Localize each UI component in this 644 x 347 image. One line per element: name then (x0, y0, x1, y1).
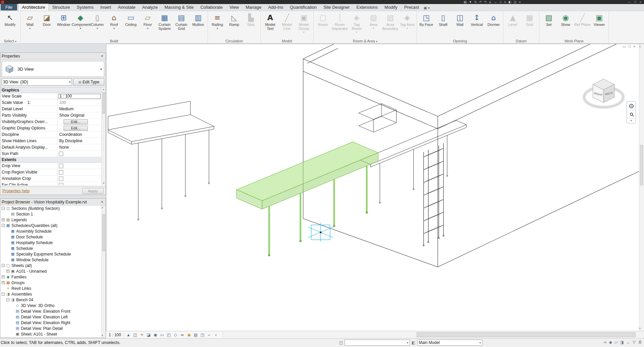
tree-item[interactable]: - Assemblies (0, 291, 101, 297)
tree-toggle[interactable] (11, 310, 14, 313)
select-pins-icon[interactable]: ◆ (609, 340, 612, 345)
ribbon-button[interactable]: Window (55, 12, 72, 27)
tree-toggle[interactable]: - (2, 264, 5, 267)
text-icon[interactable]: A (504, 1, 506, 4)
ribbon-button[interactable]: Wall (452, 12, 468, 27)
detail-level-icon[interactable]: ▲ (126, 332, 132, 338)
property-value[interactable]: None (58, 145, 69, 150)
steering-wheel-button[interactable] (627, 102, 635, 110)
tree-item[interactable]: - Bench 04 (0, 297, 101, 303)
ribbon-tab[interactable]: Modify (381, 4, 401, 11)
tree-toggle[interactable] (6, 230, 9, 233)
scroll-down-icon[interactable]: ▾ (639, 326, 644, 331)
property-value[interactable]: Show Original (58, 113, 84, 118)
tree-item[interactable]: + Legends (0, 217, 101, 223)
ribbon-button[interactable]: Curtain System (156, 12, 173, 31)
view-cube[interactable]: RIGHT BACK (584, 79, 623, 107)
tree-toggle[interactable] (11, 327, 14, 330)
ribbon-button[interactable]: Vertical (468, 12, 485, 27)
scroll-up-icon[interactable]: ▴ (102, 87, 106, 91)
ribbon-button[interactable]: Railing ▾ (209, 12, 226, 30)
visual-style-icon[interactable]: ◫ (132, 332, 138, 338)
edit-button[interactable]: Edit... (64, 119, 88, 124)
navbar-expand-button[interactable]: ▾ (627, 118, 635, 122)
open-icon[interactable]: ▤ (464, 1, 467, 4)
select-underlay-icon[interactable]: ▱ (614, 340, 617, 345)
tree-item[interactable]: Sheet: A101 - Sheet (0, 331, 101, 337)
ribbon-tab[interactable]: Site Designer (320, 4, 353, 11)
ribbon-tab[interactable]: View (226, 4, 242, 11)
ribbon-button[interactable]: Wall ▾ (22, 12, 38, 30)
view-close-icon[interactable]: × (633, 45, 635, 48)
ribbon-tab[interactable]: Extensions (353, 4, 381, 11)
tree-toggle[interactable] (6, 247, 9, 250)
aligned-dimension-icon[interactable]: ↔ (494, 1, 497, 4)
scroll-down-icon[interactable]: ▾ (102, 181, 106, 185)
sun-path-icon[interactable]: ☀ (139, 332, 145, 338)
tree-toggle[interactable] (11, 315, 14, 318)
tree-item[interactable]: + Families (0, 274, 101, 280)
property-checkbox[interactable] (59, 164, 63, 168)
tree-toggle[interactable] (6, 241, 9, 244)
modify-button[interactable]: Modify (1, 12, 19, 27)
property-value-combo[interactable]: 1 : 100 (58, 94, 101, 99)
tree-item[interactable]: Window Schedule (0, 257, 101, 263)
ribbon-options-icon[interactable]: ▣ (424, 6, 427, 10)
tree-toggle[interactable]: - (2, 207, 5, 210)
tree-item[interactable]: + Groups (0, 280, 101, 285)
tree-item[interactable]: - Schedules/Quantities (all) (0, 223, 101, 228)
tree-item[interactable]: Detail View: Elevation Right (0, 320, 101, 325)
tree-item[interactable]: Door Schedule (0, 234, 101, 240)
hide-isolate-icon[interactable]: ∞ (179, 332, 185, 338)
tree-toggle[interactable] (6, 213, 9, 216)
property-value[interactable]: Coordination (58, 132, 82, 137)
edit-button[interactable]: Edit... (64, 126, 88, 131)
tree-toggle[interactable] (6, 258, 9, 261)
properties-help-link[interactable]: Properties help (2, 189, 30, 193)
ribbon-button[interactable]: Tag Area ▾ (399, 12, 416, 30)
tree-toggle[interactable] (2, 287, 5, 290)
properties-scrollbar[interactable]: ▴ ▾ (101, 87, 106, 185)
drawing-area[interactable]: RIGHT BACK — □ × ▾ ▴ ▾ (106, 44, 644, 331)
ribbon-button[interactable]: Ramp (226, 12, 243, 27)
canvas-horizontal-scrollbar[interactable] (222, 331, 644, 338)
property-checkbox[interactable] (59, 177, 63, 181)
apply-button[interactable]: Apply (82, 188, 104, 194)
canvas-vertical-scrollbar[interactable]: ▴ ▾ (639, 44, 644, 331)
ribbon-button[interactable]: Ref Plane (574, 12, 591, 27)
ribbon-tab[interactable]: Add-Ins (265, 4, 287, 11)
crop-region-icon[interactable]: ◰ (166, 332, 172, 338)
filter-icon[interactable]: ▽ (633, 340, 636, 345)
ribbon-tab[interactable]: Systems (73, 4, 97, 11)
tree-item[interactable]: - Sections (Building Section) (0, 205, 101, 211)
property-value[interactable]: By Discipline (58, 139, 82, 143)
undo-icon[interactable]: ↶ (479, 1, 482, 4)
tree-toggle[interactable]: - (2, 293, 5, 296)
section-icon[interactable]: ◫ (514, 1, 517, 4)
default-3d-view-icon[interactable]: ◧ (508, 1, 511, 4)
ribbon-tab[interactable]: Collaborate (197, 4, 226, 11)
scroll-down-icon[interactable]: ▾ (102, 334, 106, 338)
ribbon-button[interactable]: By Face (418, 12, 435, 27)
zoom-button[interactable] (627, 110, 635, 118)
tree-item[interactable]: Revit Links (0, 285, 101, 291)
ribbon-button[interactable]: Area Boundary (382, 12, 399, 31)
select-links-icon[interactable]: ∞ (604, 340, 607, 345)
tree-item[interactable]: Hospitality Schedule (0, 240, 101, 245)
scrollbar-thumb[interactable] (102, 92, 105, 114)
ribbon-tab[interactable]: Annotate (114, 4, 139, 11)
tree-item[interactable]: Section 1 (0, 211, 101, 217)
close-icon[interactable]: × (100, 54, 104, 59)
ribbon-button[interactable]: Column ▾ (89, 12, 106, 30)
tag-icon[interactable]: ◇ (499, 1, 502, 4)
tree-toggle[interactable] (11, 321, 14, 324)
ribbon-button[interactable]: Stair (243, 12, 259, 27)
rendering-dialog-icon[interactable]: ◉ (152, 332, 158, 338)
tree-toggle[interactable] (6, 253, 9, 256)
revit-app-icon[interactable] (1, 1, 4, 4)
tree-item[interactable]: Detail View: Plan Detail (0, 325, 101, 331)
view-selector[interactable]: 3D View: {3D} ▾ (2, 78, 72, 86)
tree-toggle[interactable]: + (2, 275, 5, 278)
tree-item[interactable]: Schedule (0, 245, 101, 251)
property-value[interactable]: Medium (58, 107, 74, 111)
